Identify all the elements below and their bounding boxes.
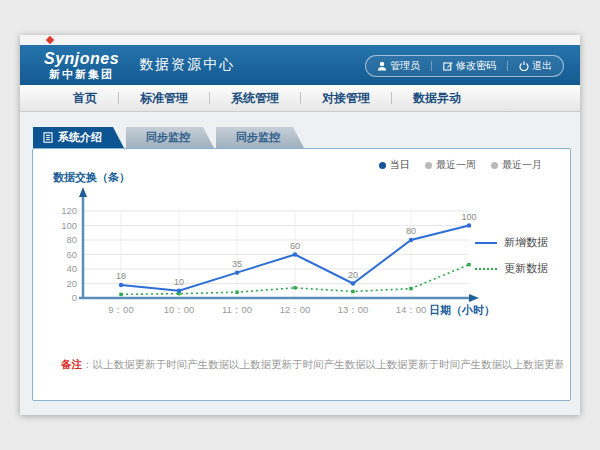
tab-label: 系统介绍 bbox=[58, 130, 102, 145]
document-icon bbox=[43, 132, 53, 143]
window-top-strip bbox=[20, 35, 580, 45]
svg-text:60: 60 bbox=[66, 249, 77, 260]
nav-item-standards[interactable]: 标准管理 bbox=[119, 90, 209, 107]
tab-sync-monitor-2[interactable]: 同步监控 bbox=[216, 127, 304, 148]
logo: Synjones 新中新集团 bbox=[44, 50, 119, 80]
user-menu-change-password[interactable]: 修改密码 bbox=[443, 59, 496, 73]
user-menu-logout[interactable]: 退出 bbox=[519, 59, 552, 73]
user-menu-separator bbox=[431, 61, 432, 71]
svg-text:10：00: 10：00 bbox=[164, 304, 195, 315]
nav-item-data-changes[interactable]: 数据异动 bbox=[392, 90, 482, 107]
nav-item-system[interactable]: 系统管理 bbox=[210, 90, 300, 107]
svg-text:12：00: 12：00 bbox=[280, 304, 311, 315]
logo-company: 新中新集团 bbox=[44, 68, 119, 80]
page-title: 数据资源中心 bbox=[139, 56, 235, 74]
svg-text:10: 10 bbox=[174, 277, 184, 287]
svg-text:11：00: 11：00 bbox=[222, 304, 252, 315]
app-window: Synjones 新中新集团 数据资源中心 管理员 修改密码 退出 首页 标准管… bbox=[20, 35, 580, 415]
svg-text:9：00: 9：00 bbox=[108, 304, 133, 315]
nav-item-home[interactable]: 首页 bbox=[52, 90, 118, 107]
tab-system-intro[interactable]: 系统介绍 bbox=[33, 127, 124, 148]
svg-text:数据交换（条）: 数据交换（条） bbox=[52, 171, 130, 184]
svg-text:80: 80 bbox=[406, 226, 416, 236]
legend-item-updated-data[interactable]: 更新数据 bbox=[475, 261, 548, 276]
user-menu-logout-label: 退出 bbox=[532, 59, 552, 73]
legend-label: 更新数据 bbox=[504, 261, 548, 276]
tab-label: 同步监控 bbox=[146, 130, 190, 145]
chart-legend: 新增数据 更新数据 bbox=[475, 235, 548, 287]
legend-line-sample bbox=[475, 242, 497, 244]
chart-panel: 当日 最近一周 最近一月 020406080100120181035602080… bbox=[32, 148, 571, 401]
legend-label: 新增数据 bbox=[504, 235, 548, 250]
line-chart: 0204060801001201810356020801009：0010：001… bbox=[41, 161, 511, 327]
footnote: 备注：以上数据更新于时间产生数据以上数据更新于时间产生数据以上数据更新于时间产生… bbox=[61, 358, 563, 372]
footnote-text: ：以上数据更新于时间产生数据以上数据更新于时间产生数据以上数据更新于时间产生数据… bbox=[82, 358, 563, 370]
svg-text:100: 100 bbox=[61, 220, 77, 231]
content-area: 系统介绍 同步监控 同步监控 当日 最近一周 bbox=[20, 112, 580, 415]
svg-text:13：00: 13：00 bbox=[338, 304, 369, 315]
user-menu: 管理员 修改密码 退出 bbox=[365, 55, 564, 77]
tab-label: 同步监控 bbox=[236, 130, 280, 145]
user-icon bbox=[377, 61, 387, 71]
main-nav: 首页 标准管理 系统管理 对接管理 数据异动 bbox=[20, 85, 580, 112]
app-header: Synjones 新中新集团 数据资源中心 管理员 修改密码 退出 bbox=[20, 45, 580, 85]
legend-line-sample bbox=[475, 268, 497, 270]
svg-text:80: 80 bbox=[66, 234, 77, 245]
svg-text:120: 120 bbox=[61, 205, 77, 216]
user-menu-admin-label: 管理员 bbox=[390, 59, 420, 73]
svg-text:60: 60 bbox=[290, 241, 300, 251]
svg-text:20: 20 bbox=[348, 270, 358, 280]
footnote-prefix: 备注 bbox=[61, 358, 82, 370]
power-icon bbox=[519, 61, 529, 71]
svg-text:35: 35 bbox=[232, 259, 242, 269]
svg-text:14：00: 14：00 bbox=[396, 304, 427, 315]
tab-bar: 系统介绍 同步监控 同步监控 bbox=[33, 127, 306, 148]
user-menu-separator bbox=[507, 61, 508, 71]
legend-item-new-data[interactable]: 新增数据 bbox=[475, 235, 548, 250]
user-menu-admin[interactable]: 管理员 bbox=[377, 59, 420, 73]
svg-text:18: 18 bbox=[116, 271, 126, 281]
svg-text:日期（小时）: 日期（小时） bbox=[429, 304, 495, 317]
nav-item-integration[interactable]: 对接管理 bbox=[301, 90, 391, 107]
svg-text:20: 20 bbox=[66, 278, 77, 289]
svg-text:40: 40 bbox=[66, 263, 77, 274]
user-menu-change-password-label: 修改密码 bbox=[456, 59, 496, 73]
tab-sync-monitor-1[interactable]: 同步监控 bbox=[126, 127, 214, 148]
logo-brand: Synjones bbox=[44, 50, 119, 68]
svg-text:0: 0 bbox=[72, 292, 77, 303]
svg-text:100: 100 bbox=[461, 212, 476, 222]
edit-icon bbox=[443, 61, 453, 71]
